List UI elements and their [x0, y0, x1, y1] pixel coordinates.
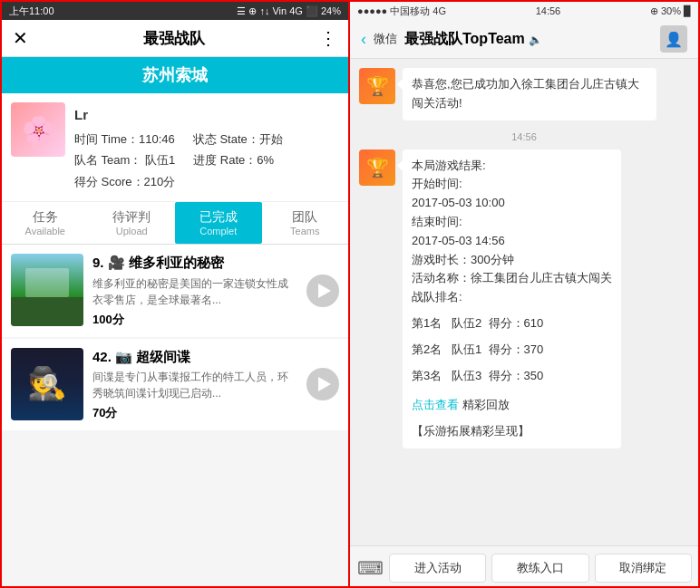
menu-icon[interactable]: ⋮ — [319, 27, 337, 49]
list-item: 9. 🎥 维多利亚的秘密 维多利亚的秘密是美国的一家连锁女性成衣零售店，是全球最… — [2, 245, 348, 337]
right-status-icons: ⊕ 30% ▉ — [650, 5, 691, 17]
chat-bubble-results: 本局游戏结果: 开始时间: 2017-05-03 10:00 结束时间: 201… — [403, 149, 621, 448]
play-icon — [318, 377, 331, 391]
play-icon — [318, 284, 331, 298]
chat-bubble: 恭喜您,您已成功加入徐工集团台儿庄古镇大闯关活动! — [403, 68, 656, 120]
view-replay-link[interactable]: 点击查看 — [412, 398, 459, 411]
chat-title: 最强战队TopTeam 🔈 — [404, 30, 653, 49]
chat-timestamp: 14:56 — [359, 131, 689, 142]
state-label: 状态 State：开始 — [193, 129, 283, 149]
tab-upload[interactable]: 待评判 Upload — [89, 202, 176, 244]
left-content: 9. 🎥 维多利亚的秘密 维多利亚的秘密是美国的一家连锁女性成衣零售店，是全球最… — [2, 245, 348, 588]
task-desc: 间谍是专门从事谍报工作的特工人员，环秀晓筑间谍计划现已启动... — [92, 369, 297, 401]
right-status-bar: ●●●●● 中国移动 4G 14:56 ⊕ 30% ▉ — [350, 2, 698, 20]
play-button[interactable] — [306, 275, 339, 307]
time-label: 时间 Time：110:46 — [74, 129, 175, 149]
task-score: 70分 — [92, 405, 297, 421]
chat-message: 🏆 恭喜您,您已成功加入徐工集团台儿庄古镇大闯关活动! — [359, 68, 689, 120]
tab-available[interactable]: 任务 Available — [2, 202, 89, 244]
avatar[interactable]: 👤 — [660, 25, 687, 53]
user-name: Lr — [74, 102, 339, 127]
chat-area: 🏆 恭喜您,您已成功加入徐工集团台儿庄古镇大闯关活动! 14:56 🏆 本局游戏… — [350, 59, 698, 545]
right-header: ‹ 微信 最强战队TopTeam 🔈 👤 — [350, 20, 698, 59]
task-thumbnail: 🕵️ — [11, 348, 83, 420]
left-status-bar: 上午11:00 ☰ ⊕ ↑↓ Vin 4G ⬛ 24% — [2, 2, 348, 20]
task-score: 100分 — [92, 312, 297, 328]
task-desc: 维多利亚的秘密是美国的一家连锁女性成衣零售店，是全球最著名... — [92, 275, 297, 308]
left-time: 上午11:00 — [9, 5, 54, 18]
chat-message: 🏆 本局游戏结果: 开始时间: 2017-05-03 10:00 结束时间: 2… — [359, 149, 689, 448]
task-body: 9. 🎥 维多利亚的秘密 维多利亚的秘密是美国的一家连锁女性成衣零售店，是全球最… — [92, 254, 297, 328]
tab-teams[interactable]: 团队 Teams — [262, 202, 349, 244]
right-footer: ⌨ 进入活动 教练入口 取消绑定 — [350, 545, 698, 588]
play-button[interactable] — [306, 368, 339, 400]
enter-activity-button[interactable]: 进入活动 — [389, 554, 486, 583]
keyboard-icon[interactable]: ⌨ — [354, 552, 386, 584]
back-icon[interactable]: ‹ — [361, 30, 366, 49]
app-name: 微信 — [374, 31, 397, 47]
sender-avatar: 🏆 — [359, 68, 395, 104]
right-panel: ●●●●● 中国移动 4G 14:56 ⊕ 30% ▉ ‹ 微信 最强战队Top… — [350, 2, 698, 588]
left-header: ✕ 最强战队 ⋮ — [2, 20, 348, 57]
close-icon[interactable]: ✕ — [13, 27, 28, 49]
avatar: 🌸 — [11, 102, 65, 157]
team-label: 队名 Team： 队伍1 — [74, 149, 175, 170]
left-banner: 苏州索城 — [2, 57, 348, 93]
task-title: 42. 📷 超级间谍 — [92, 348, 297, 366]
tab-complete[interactable]: 已完成 Complet — [175, 202, 262, 244]
unbind-button[interactable]: 取消绑定 — [595, 554, 692, 583]
task-thumbnail — [11, 254, 83, 326]
left-info-card: 🌸 Lr 时间 Time：110:46 状态 State：开始 队名 Team：… — [2, 93, 348, 202]
score-label: 得分 Score：210分 — [74, 171, 339, 192]
sound-icon: 🔈 — [529, 34, 542, 46]
left-panel: 上午11:00 ☰ ⊕ ↑↓ Vin 4G ⬛ 24% ✕ 最强战队 ⋮ 苏州索… — [2, 2, 350, 588]
task-body: 42. 📷 超级间谍 间谍是专门从事谍报工作的特工人员，环秀晓筑间谍计划现已启动… — [92, 348, 297, 422]
left-status-icons: ☰ ⊕ ↑↓ Vin 4G ⬛ 24% — [237, 5, 341, 17]
left-tabs: 任务 Available 待评判 Upload 已完成 Complet 团队 T… — [2, 202, 348, 245]
left-info-text: Lr 时间 Time：110:46 状态 State：开始 队名 Team： 队… — [74, 102, 339, 192]
coach-entry-button[interactable]: 教练入口 — [491, 554, 588, 583]
signal-dots: ●●●●● 中国移动 4G — [357, 5, 446, 18]
rate-label: 进度 Rate：6% — [193, 149, 274, 170]
right-time: 14:56 — [536, 5, 561, 16]
list-item: 🕵️ 42. 📷 超级间谍 间谍是专门从事谍报工作的特工人员，环秀晓筑间谍计划现… — [2, 339, 348, 431]
task-title: 9. 🎥 维多利亚的秘密 — [92, 254, 297, 272]
left-header-title: 最强战队 — [143, 28, 205, 49]
sender-avatar: 🏆 — [359, 149, 395, 186]
